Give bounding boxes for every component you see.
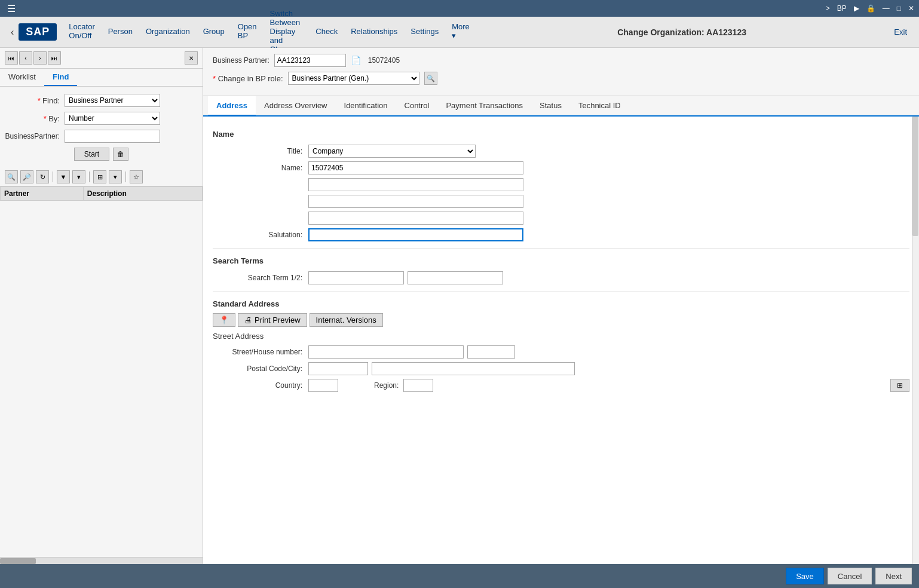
grid-down-button[interactable]: ▾ [109, 170, 122, 183]
nav-next-button[interactable]: › [33, 51, 47, 65]
search-term-1-input[interactable] [308, 271, 404, 284]
bp-header-row-1: Business Partner: 📄 15072405 [213, 54, 909, 67]
sidebar-scrollbar[interactable] [0, 557, 203, 564]
toolbar-separator-3 [125, 172, 126, 182]
sidebar-item-more[interactable]: More ▾ [446, 17, 476, 48]
region-input[interactable] [403, 379, 433, 392]
bp-header-row-2: * Change in BP role: Business Partner (G… [213, 72, 909, 85]
salutation-input[interactable] [308, 228, 523, 241]
name-input-2[interactable] [308, 178, 523, 191]
divider-2 [213, 292, 909, 292]
find-row-find: * Find: Business Partner [5, 94, 198, 107]
divider-1 [213, 249, 909, 249]
name-input-3[interactable] [308, 195, 523, 208]
search-zoom-in-button[interactable]: 🔍 [5, 170, 18, 183]
next-button[interactable]: Next [875, 568, 912, 584]
bp-field-input[interactable] [65, 130, 160, 143]
postal-code-input[interactable] [308, 362, 368, 375]
sidebar-item-group[interactable]: Group [197, 17, 231, 48]
close-btn[interactable]: ✕ [908, 4, 914, 13]
sidebar-item-relationships[interactable]: Relationships [345, 17, 403, 48]
start-button[interactable]: Start [74, 148, 109, 161]
hamburger-menu[interactable]: ☰ [5, 3, 18, 14]
by-field-select[interactable]: Number [65, 112, 160, 125]
system-bar-right: > BP ▶ 🔒 — □ ✕ [826, 4, 914, 13]
expand-button[interactable]: ⊞ [890, 379, 909, 392]
title-select[interactable]: Company [308, 145, 476, 158]
name-input-1[interactable] [308, 161, 523, 174]
street-address-header: Street Address [213, 332, 909, 341]
internat-versions-button[interactable]: Internat. Versions [310, 313, 383, 327]
print-preview-button[interactable]: 🖨 Print Preview [238, 313, 307, 327]
menu-bar: ‹ SAP Locator On/Off Person Organization… [0, 17, 919, 48]
tab-find[interactable]: Find [44, 69, 77, 86]
maximize-btn[interactable]: □ [897, 4, 901, 13]
address-icon-button[interactable]: 📍 [213, 313, 235, 327]
search-term-2-input[interactable] [408, 271, 503, 284]
search-zoom-out-button[interactable]: 🔎 [20, 170, 33, 183]
back-button[interactable]: ‹ [6, 27, 19, 38]
postal-row: Postal Code/City: [213, 362, 909, 375]
save-button[interactable]: Save [786, 568, 824, 584]
nav-prev-button[interactable]: ‹ [19, 51, 32, 65]
sidebar-item-switch[interactable]: Switch Between Display and Change [264, 17, 309, 48]
address-buttons: 📍 🖨 Print Preview Internat. Versions [213, 313, 909, 327]
tab-worklist[interactable]: Worklist [0, 69, 44, 86]
filter-down-button[interactable]: ▾ [72, 170, 85, 183]
house-number-input[interactable] [467, 345, 515, 359]
bp-role-select[interactable]: Business Partner (Gen.) [288, 72, 419, 85]
bp-id-text: 15072405 [368, 56, 400, 65]
name-section-header: Name [213, 130, 909, 139]
sidebar-item-person[interactable]: Person [102, 17, 139, 48]
find-field-select[interactable]: Business Partner [65, 94, 160, 107]
tab-address-overview[interactable]: Address Overview [256, 96, 335, 117]
right-scrollbar[interactable] [912, 117, 919, 564]
exit-button[interactable]: Exit [888, 27, 913, 36]
sidebar-item-check[interactable]: Check [310, 17, 344, 48]
favorites-button[interactable]: ☆ [130, 170, 143, 183]
sidebar-item-settings[interactable]: Settings [405, 17, 445, 48]
name-input-4[interactable] [308, 212, 523, 225]
delete-button[interactable]: 🗑 [113, 148, 128, 161]
lock-icon[interactable]: 🔒 [866, 4, 875, 13]
role-search-button[interactable]: 🔍 [424, 72, 437, 85]
filter-button[interactable]: ▼ [57, 170, 70, 183]
tab-address[interactable]: Address [208, 96, 256, 117]
nav-first-button[interactable]: ⏮ [5, 51, 18, 65]
street-input[interactable] [308, 345, 464, 359]
bp-doc-icon-button[interactable]: 📄 [351, 56, 361, 65]
internat-versions-label: Internat. Versions [316, 316, 376, 324]
main-content: ⏮ ‹ › ⏭ ✕ Worklist Find * Find: Business… [0, 48, 919, 564]
bp-partner-label: Business Partner: [213, 56, 269, 65]
bp-partner-input[interactable] [274, 54, 346, 67]
sidebar-item-organization[interactable]: Organization [140, 17, 196, 48]
region-label: Region: [374, 381, 403, 390]
refresh-button[interactable]: ↻ [36, 170, 49, 183]
title-row: Title: Company [213, 145, 909, 158]
tab-payment-transactions[interactable]: Payment Transactions [437, 96, 531, 117]
grid-button[interactable]: ⊞ [93, 170, 106, 183]
tab-control[interactable]: Control [396, 96, 438, 117]
standard-address-header: Standard Address [213, 299, 909, 308]
detail-content: Name Title: Company Name: [203, 117, 919, 564]
street-row: Street/House number: [213, 345, 909, 359]
nav-forward-icon[interactable]: > [826, 4, 830, 13]
street-label: Street/House number: [213, 348, 308, 356]
detail-tabs: Address Address Overview Identification … [203, 96, 919, 117]
clear-nav-button[interactable]: ✕ [185, 51, 198, 65]
name-row-4 [213, 212, 909, 225]
sidebar-item-locator[interactable]: Locator On/Off [63, 17, 100, 48]
nav-last-button[interactable]: ⏭ [48, 51, 61, 65]
country-input[interactable] [308, 379, 338, 392]
system-bar: ☰ > BP ▶ 🔒 — □ ✕ [0, 0, 919, 17]
tab-status[interactable]: Status [531, 96, 570, 117]
minimize-btn[interactable]: — [883, 4, 890, 13]
tab-technical-id[interactable]: Technical ID [570, 96, 629, 117]
tab-identification[interactable]: Identification [336, 96, 396, 117]
sidebar-toolbar: 🔍 🔎 ↻ ▼ ▾ ⊞ ▾ ☆ [0, 168, 203, 186]
city-input[interactable] [372, 362, 575, 375]
postal-label: Postal Code/City: [213, 365, 308, 373]
sidebar-item-open-bp[interactable]: Open BP [232, 17, 263, 48]
play-icon[interactable]: ▶ [854, 4, 859, 13]
cancel-button[interactable]: Cancel [828, 568, 872, 584]
